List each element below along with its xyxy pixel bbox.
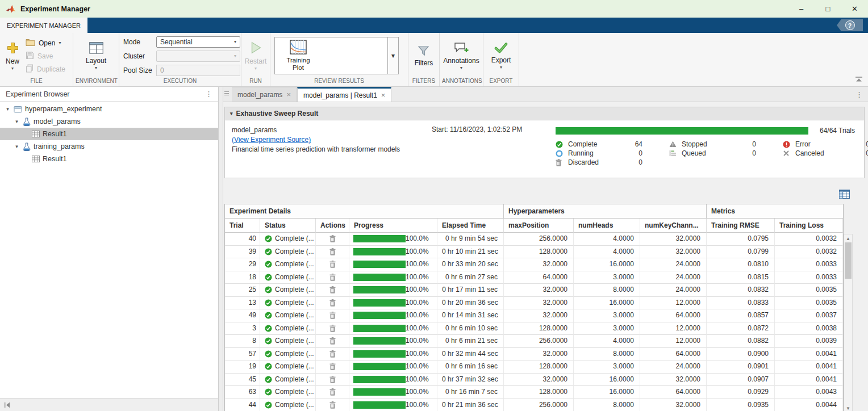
tree-item-training_params[interactable]: ▾training_params	[0, 140, 218, 153]
tab-experiment-manager[interactable]: EXPERIMENT MANAGER	[0, 18, 87, 33]
trash-icon[interactable]	[329, 401, 336, 409]
column-header-numheads[interactable]: numHeads	[574, 219, 640, 233]
group-label-annotations: ANNOTATIONS	[440, 77, 483, 86]
tab-model-params[interactable]: model_params ×	[232, 87, 297, 102]
view-experiment-source-link[interactable]: (View Experiment Source)	[232, 136, 311, 144]
browser-menu-button[interactable]: ⋮	[205, 90, 212, 98]
trash-icon[interactable]	[329, 299, 336, 307]
running-icon	[556, 150, 568, 157]
restart-button[interactable]: Restart ▾	[243, 41, 269, 71]
scroll-down-icon[interactable]: ▼	[844, 404, 852, 411]
actions-cell	[316, 271, 349, 284]
column-header-actions[interactable]: Actions	[316, 219, 349, 233]
table-scrollbar[interactable]: ▲ ▼	[844, 234, 853, 411]
close-button[interactable]: ✕	[841, 0, 868, 18]
trash-icon[interactable]	[329, 363, 336, 370]
trash-icon[interactable]	[329, 312, 336, 319]
panel-splitter[interactable]	[219, 87, 223, 411]
collapse-panel-button[interactable]	[4, 402, 10, 408]
status-text: Complete (...	[275, 322, 314, 335]
trial-cell: 25	[225, 284, 260, 297]
new-button[interactable]: New ▾	[4, 41, 21, 71]
mode-select[interactable]: Sequential ▾	[156, 36, 240, 48]
trash-icon[interactable]	[329, 325, 336, 332]
trash-icon[interactable]	[329, 376, 336, 383]
trash-icon[interactable]	[329, 350, 336, 358]
trash-icon[interactable]	[329, 388, 336, 396]
annotations-button[interactable]: Annotations ▾	[441, 42, 481, 70]
maximize-button[interactable]: □	[815, 0, 841, 18]
filters-button[interactable]: Filters	[413, 45, 435, 67]
collapse-ribbon-button[interactable]	[856, 76, 862, 83]
column-header-training-rmse[interactable]: Training RMSE	[707, 219, 775, 233]
trial-cell: 57	[225, 348, 260, 361]
duplicate-button[interactable]: Duplicate	[26, 62, 65, 76]
annotations-label: Annotations	[443, 57, 479, 65]
status-item-complete: Complete64	[556, 140, 669, 149]
training-rmse-cell: 0.0900	[707, 348, 775, 361]
progress-cell: 100.0%	[349, 374, 437, 387]
trash-icon[interactable]	[329, 274, 336, 281]
gallery-dropdown-button[interactable]: ▾	[387, 37, 398, 74]
group-label-environment: ENVIRONMENT	[73, 77, 119, 86]
complete-icon	[265, 274, 272, 281]
column-header-status[interactable]: Status	[260, 219, 316, 233]
progress-percent: 100.0%	[406, 335, 437, 347]
actions-cell	[316, 309, 349, 322]
column-header-maxposition[interactable]: maxPosition	[504, 219, 574, 233]
numkeychannels-cell: 24.0000	[640, 271, 707, 284]
tabstrip-menu-button[interactable]: ⋮	[856, 90, 868, 99]
trash-icon[interactable]	[329, 248, 336, 255]
group-label-run: RUN	[241, 77, 270, 86]
cluster-select[interactable]: ▾	[156, 51, 240, 62]
tree-item-model_params[interactable]: ▾model_params	[0, 115, 218, 128]
open-button[interactable]: Open ▾	[26, 36, 65, 49]
status-label: Complete	[568, 140, 622, 148]
expand-arrow-icon[interactable]: ▾	[14, 144, 20, 149]
export-button[interactable]: Export ▾	[490, 43, 513, 70]
experiment-icon	[23, 142, 31, 151]
progress-cell: 100.0%	[349, 309, 437, 322]
trash-icon[interactable]	[329, 337, 336, 345]
status-cell: Complete (...	[260, 284, 316, 297]
layout-button[interactable]: Layout ▾	[84, 42, 108, 70]
progress-cell: 100.0%	[349, 348, 437, 361]
table-group-header: Metrics	[707, 204, 843, 219]
chevron-down-icon: ▾	[460, 66, 462, 70]
elapsed-time-cell: 0 hr 37 min 32 sec	[437, 374, 504, 387]
trial-progress-bar	[353, 235, 406, 242]
trash-icon[interactable]	[329, 235, 336, 242]
tab-close-icon[interactable]: ×	[286, 90, 291, 99]
tab-close-icon[interactable]: ×	[381, 91, 386, 99]
tree-item-hyperparam_experiment[interactable]: ▾hyperparam_experiment	[0, 103, 218, 115]
training-rmse-cell: 0.0799	[707, 246, 775, 259]
tabstrip-grip-icon	[223, 90, 231, 98]
trash-icon[interactable]	[329, 286, 336, 293]
training-plot-button[interactable]: Training Plot	[275, 37, 322, 74]
column-header-elapsed-time[interactable]: Elapsed Time	[437, 219, 504, 233]
tab-model-params-result1[interactable]: model_params | Result1 ×	[297, 87, 391, 102]
minimize-icon: –	[799, 5, 803, 13]
expand-arrow-icon[interactable]: ▾	[5, 106, 11, 112]
tree-item-Result1[interactable]: Result1	[0, 153, 218, 165]
table-view-button[interactable]	[839, 190, 850, 201]
tree-item-Result1[interactable]: Result1	[0, 128, 218, 140]
column-header-trial[interactable]: Trial	[225, 219, 260, 233]
section-header[interactable]: ▾ Exhaustive Sweep Result	[224, 107, 865, 120]
column-header-training-loss[interactable]: Training Loss	[775, 219, 843, 233]
save-button[interactable]: Save	[26, 49, 65, 62]
table-group-header: Experiment Details	[225, 204, 504, 219]
column-header-progress[interactable]: Progress	[349, 219, 437, 233]
status-text: Complete (...	[275, 360, 314, 373]
help-button[interactable]: ?	[837, 19, 863, 31]
trial-progress-bar	[353, 325, 406, 332]
column-header-numkeychann-[interactable]: numKeyChann...	[640, 219, 707, 233]
progress-cell: 100.0%	[349, 271, 437, 284]
trash-icon[interactable]	[329, 261, 336, 268]
expand-arrow-icon[interactable]: ▾	[14, 119, 20, 124]
minimize-button[interactable]: –	[788, 0, 815, 18]
elapsed-time-cell: 0 hr 6 min 10 sec	[437, 322, 504, 335]
pool-size-input[interactable]	[156, 65, 240, 76]
scroll-up-icon[interactable]: ▲	[844, 234, 852, 242]
scrollbar-thumb[interactable]	[845, 242, 852, 279]
